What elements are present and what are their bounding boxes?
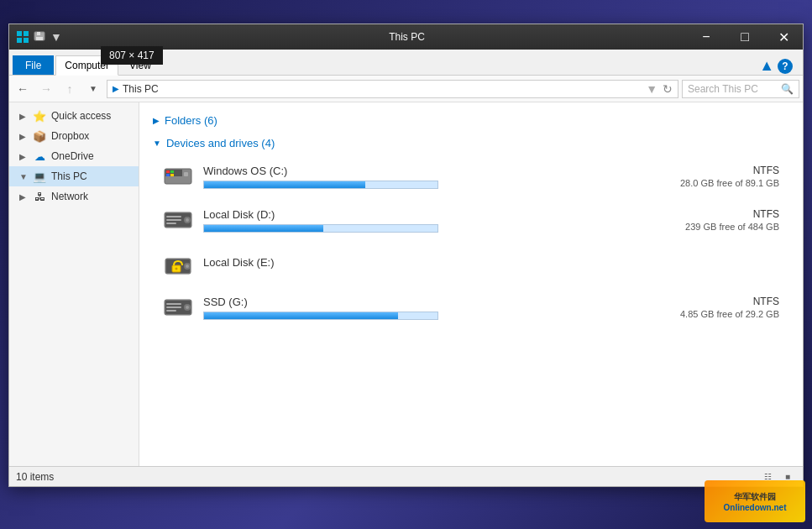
sidebar-item-onedrive[interactable]: ▶ ☁ OneDrive [9,146,139,166]
drive-e-info: Local Disk (E:) [203,256,652,272]
window-icon [16,30,29,44]
this-pc-icon: 💻 [33,170,46,183]
drive-c-info: Windows OS (C:) [203,165,652,189]
chevron-icon: ▶ [19,132,28,141]
tab-view[interactable]: View [120,55,160,75]
drive-g-progress [203,312,438,320]
onedrive-icon: ☁ [33,149,46,163]
drive-d-name: Local Disk (D:) [203,208,652,221]
maximize-button[interactable]: □ [726,24,764,50]
svg-rect-11 [166,174,170,176]
chevron-icon: ▶ [19,112,28,121]
chevron-icon: ▶ [19,192,28,202]
drives-section-label: Devices and drives (4) [166,137,275,149]
svg-rect-13 [184,172,188,176]
drive-d-meta: NTFS 239 GB free of 484 GB [662,208,779,232]
dropbox-icon: 📦 [33,129,46,143]
svg-rect-20 [166,223,176,224]
svg-rect-1 [24,31,29,36]
svg-rect-33 [166,310,176,312]
svg-point-17 [186,218,189,222]
drives-chevron-icon: ▼ [153,139,161,148]
drive-g-item[interactable]: SSD (G:) NTFS 4.85 GB free of 29.2 GB [153,285,789,329]
search-icon: 🔍 [781,83,794,95]
up-button[interactable]: ↑ [60,79,80,99]
svg-rect-18 [166,216,181,217]
drive-g-name: SSD (G:) [203,296,652,308]
drive-g-icon [163,292,193,322]
drive-c-item[interactable]: Windows OS (C:) NTFS 28.0 GB free of 89.… [153,155,789,198]
watermark: 华军软件园 Onlinedown.net [705,480,805,522]
sidebar-label-onedrive: OneDrive [51,150,94,162]
chevron-icon: ▶ [19,152,28,161]
forward-button[interactable]: → [36,79,56,99]
network-icon: 🖧 [33,190,46,203]
drive-g-info: SSD (G:) [203,296,652,320]
svg-rect-10 [170,170,174,173]
svg-rect-6 [37,32,40,35]
svg-rect-12 [170,174,174,176]
address-bar: ← → ↑ ▼ ▶ This PC ▼ ↻ Search This PC 🔍 [9,76,803,102]
folders-section-header[interactable]: ▶ Folders (6) [153,109,789,132]
drive-g-free: 4.85 GB free of 29.2 GB [662,309,779,319]
refresh-button[interactable]: ↻ [663,82,673,96]
sidebar-label-network: Network [51,191,88,202]
help-button[interactable]: ? [778,59,793,74]
drive-d-item[interactable]: Local Disk (D:) NTFS 239 GB free of 484 … [153,198,789,242]
drive-d-fs: NTFS [662,208,779,220]
close-button[interactable]: ✕ [764,24,803,50]
search-box[interactable]: Search This PC 🔍 [682,80,799,98]
sidebar-label-this-pc: This PC [51,170,87,182]
sidebar-item-dropbox[interactable]: ▶ 📦 Dropbox [9,126,139,146]
drive-d-icon [163,205,193,235]
sidebar-label-quick-access: Quick access [51,110,111,122]
drive-e-item[interactable]: Local Disk (E:) [153,242,789,285]
svg-rect-19 [166,219,181,221]
minimize-button[interactable]: − [687,24,726,50]
drives-section-header[interactable]: ▼ Devices and drives (4) [153,132,789,155]
tab-computer[interactable]: Computer [55,55,118,76]
drive-d-fill [204,225,323,232]
watermark-line2: Onlinedown.net [724,503,787,512]
drive-c-icon [163,161,193,191]
svg-rect-3 [24,38,29,43]
quick-access-icon: ⭐ [33,109,46,123]
recent-locations-button[interactable]: ▼ [83,79,103,99]
sidebar-item-quick-access[interactable]: ▶ ⭐ Quick access [9,106,139,126]
status-bar: 10 items ☷ ■ [9,466,803,486]
save-icon [33,30,46,44]
sidebar-item-this-pc[interactable]: ▼ 💻 This PC [9,166,139,186]
sidebar: ▶ ⭐ Quick access ▶ 📦 Dropbox ▶ ☁ OneDriv… [9,102,139,466]
sidebar-label-dropbox: Dropbox [51,130,89,142]
svg-rect-9 [166,170,170,173]
svg-rect-2 [17,38,22,43]
svg-rect-31 [166,303,181,305]
drive-g-fill [204,312,398,319]
ribbon-collapse-button[interactable]: ▲ [759,57,774,75]
drive-d-free: 239 GB free of 484 GB [662,222,779,232]
folders-chevron-icon: ▶ [153,116,160,125]
ribbon-tabs: File Computer View ▲ ? [9,50,803,75]
drive-c-fs: NTFS [662,165,779,176]
svg-rect-0 [17,31,22,36]
svg-rect-32 [166,306,181,308]
drive-g-fs: NTFS [662,296,779,307]
file-content: ▶ Folders (6) ▼ Devices and drives (4) [139,102,803,466]
watermark-line1: 华军软件园 [734,491,776,503]
back-button[interactable]: ← [13,79,33,99]
drive-e-name: Local Disk (E:) [203,256,652,269]
folders-section-label: Folders (6) [165,114,217,127]
drive-c-free: 28.0 GB free of 89.1 GB [662,178,779,188]
drive-c-progress [203,181,438,189]
tab-file[interactable]: File [13,55,54,75]
drive-e-icon [163,249,193,279]
main-content: ▶ ⭐ Quick access ▶ 📦 Dropbox ▶ ☁ OneDriv… [9,102,803,466]
sidebar-item-network[interactable]: ▶ 🖧 Network [9,186,139,207]
title-bar-icons: ▼ [16,30,63,44]
svg-rect-5 [36,37,43,40]
item-count: 10 items [16,471,54,483]
path-text: This PC [123,83,159,95]
window-title: This PC [68,31,746,43]
drive-d-info: Local Disk (D:) [203,208,652,233]
address-path[interactable]: ▶ This PC ▼ ↻ [107,80,678,98]
